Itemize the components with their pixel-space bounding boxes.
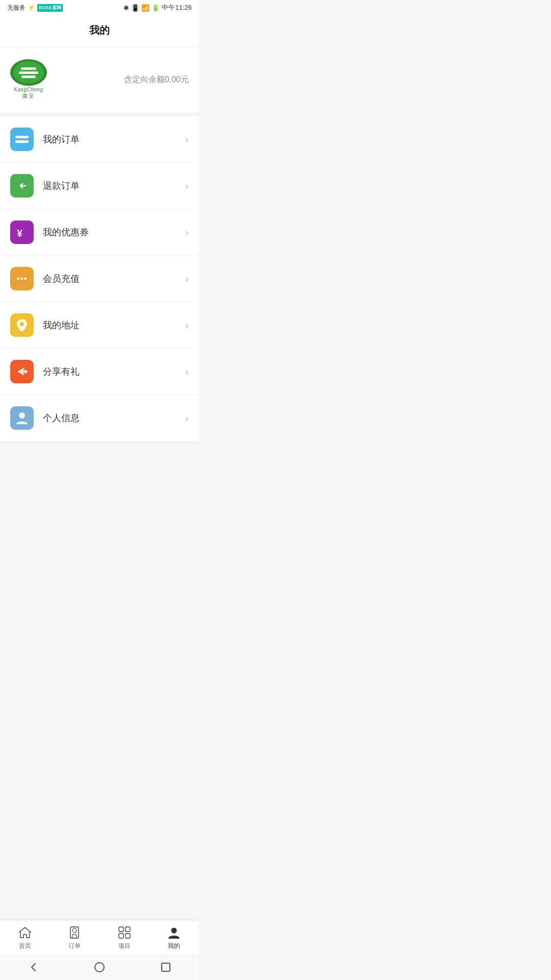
share-icon — [10, 360, 34, 383]
arrow-icon-profile-info: › — [185, 412, 189, 424]
svg-point-12 — [72, 928, 77, 933]
balance-text: 含定向余额0.00元 — [124, 75, 189, 85]
logo-brand-en: KangCheng — [14, 87, 43, 92]
mine-icon — [167, 925, 181, 940]
logo-wave-1 — [21, 67, 36, 70]
battery-icon: 🔋 — [152, 4, 160, 12]
svg-point-18 — [95, 963, 104, 972]
menu-item-coupons[interactable]: ¥ 我的优惠券 › — [0, 209, 199, 256]
nav-item-orders[interactable]: 订单 — [50, 925, 100, 950]
menu-item-my-address[interactable]: 我的地址 › — [0, 302, 199, 349]
arrow-icon-my-address: › — [185, 320, 189, 331]
home-icon — [18, 925, 32, 940]
arrow-icon-member-recharge: › — [185, 273, 189, 285]
orders-icon — [10, 128, 34, 151]
menu-label-member-recharge: 会员充值 — [43, 273, 181, 285]
profile-section: KangCheng 康呈 含定向余额0.00元 — [0, 47, 199, 112]
nav-item-mine[interactable]: 我的 — [149, 925, 199, 950]
status-right: ✱ 📳 📶 🔋 中午11:26 — [123, 3, 192, 12]
svg-point-17 — [171, 928, 177, 934]
home-button[interactable] — [89, 957, 110, 977]
bluetooth-icon: ✱ — [123, 4, 129, 12]
menu-label-my-orders: 我的订单 — [43, 133, 181, 145]
arrow-icon-refund-orders: › — [185, 180, 189, 192]
nav-label-mine: 我的 — [168, 942, 180, 950]
system-nav — [0, 954, 199, 980]
nav-label-home: 首页 — [19, 942, 31, 950]
menu-label-refund-orders: 退款订单 — [43, 180, 181, 192]
svg-rect-13 — [119, 927, 123, 932]
profile-icon — [10, 406, 34, 430]
svg-point-8 — [20, 322, 24, 326]
back-button[interactable] — [23, 957, 43, 977]
menu-item-profile-info[interactable]: 个人信息 › — [0, 395, 199, 442]
svg-rect-14 — [126, 927, 130, 932]
svg-rect-5 — [17, 278, 19, 280]
charge-icon: ⚡ — [28, 4, 35, 11]
menu-item-refund-orders[interactable]: 退款订单 › — [0, 163, 199, 209]
orders-nav-icon — [67, 925, 82, 940]
arrow-icon-my-orders: › — [185, 134, 189, 145]
address-icon — [10, 313, 34, 337]
logo-inner — [13, 61, 44, 84]
menu-list: 我的订单 › 退款订单 › ¥ 我的优惠券 › — [0, 116, 199, 442]
svg-rect-7 — [24, 278, 27, 280]
projects-icon — [117, 925, 132, 940]
nav-label-projects: 项目 — [118, 942, 131, 950]
arrow-icon-share-gift: › — [185, 366, 189, 378]
menu-label-my-address: 我的地址 — [43, 319, 181, 331]
svg-rect-6 — [20, 278, 23, 280]
menu-item-share-gift[interactable]: 分享有礼 › — [0, 349, 199, 395]
svg-rect-15 — [119, 934, 123, 938]
page-title: 我的 — [0, 15, 199, 47]
menu-label-profile-info: 个人信息 — [43, 412, 181, 424]
svg-text:¥: ¥ — [17, 228, 23, 239]
arrow-icon-coupons: › — [185, 227, 189, 238]
main-content: KangCheng 康呈 含定向余额0.00元 我的订单 › 退 — [0, 47, 199, 493]
coupon-icon: ¥ — [10, 220, 34, 244]
refund-icon — [10, 174, 34, 198]
logo-brand-cn: 康呈 — [22, 92, 35, 100]
svg-rect-0 — [15, 136, 29, 138]
logo-oval — [10, 59, 47, 86]
wifi-icon: 📶 — [141, 4, 149, 12]
menu-label-share-gift: 分享有礼 — [43, 365, 181, 378]
nav-item-home[interactable]: 首页 — [0, 925, 50, 950]
menu-label-coupons: 我的优惠券 — [43, 226, 181, 238]
status-bar: 无服务 ⚡ BOSS直聘 ✱ 📳 📶 🔋 中午11:26 — [0, 0, 199, 15]
menu-item-my-orders[interactable]: 我的订单 › — [0, 116, 199, 163]
logo-container: KangCheng 康呈 — [10, 59, 47, 100]
bottom-nav: 首页 订单 项目 我的 — [0, 920, 199, 954]
nav-item-projects[interactable]: 项目 — [99, 925, 149, 950]
svg-rect-19 — [162, 963, 170, 971]
recents-button[interactable] — [156, 957, 176, 977]
recharge-icon — [10, 267, 34, 290]
svg-rect-16 — [126, 934, 130, 938]
logo-waves — [19, 67, 38, 78]
boss-badge: BOSS直聘 — [37, 4, 63, 12]
menu-item-member-recharge[interactable]: 会员充值 › — [0, 256, 199, 302]
logo-wave-3 — [21, 76, 36, 78]
time-text: 中午11:26 — [162, 3, 192, 12]
signal-text: 无服务 — [7, 4, 26, 12]
nav-label-orders: 订单 — [68, 942, 81, 950]
logo-wave-2 — [19, 71, 38, 74]
svg-point-10 — [19, 412, 25, 419]
status-left: 无服务 ⚡ BOSS直聘 — [7, 4, 63, 12]
svg-rect-1 — [15, 140, 29, 143]
vibrate-icon: 📳 — [131, 4, 139, 12]
